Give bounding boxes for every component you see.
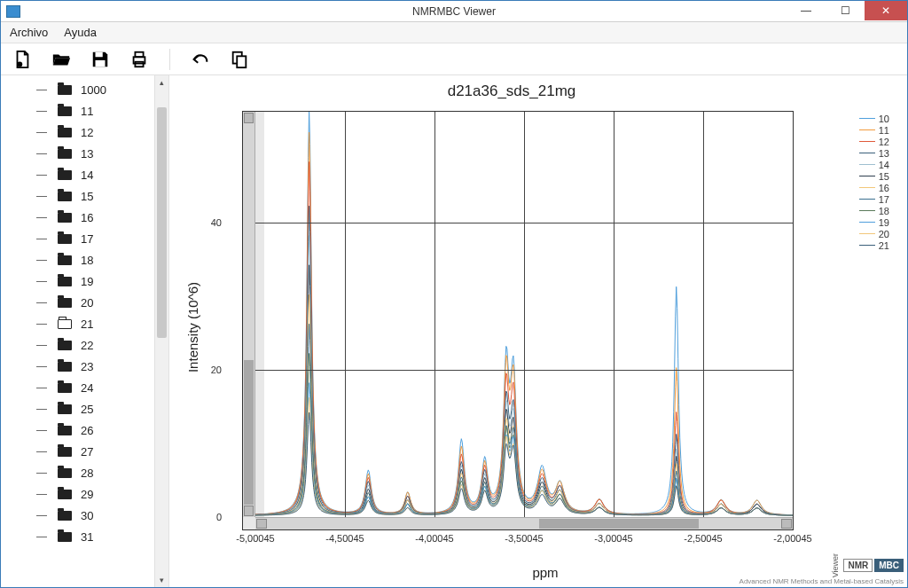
tree-item[interactable]: —11 bbox=[1, 100, 154, 122]
legend-label: 11 bbox=[879, 125, 889, 136]
folder-icon bbox=[58, 170, 72, 180]
tree-item[interactable]: —16 bbox=[1, 207, 154, 228]
plot-x-scrollbar[interactable] bbox=[255, 517, 793, 529]
tree-item-label: 20 bbox=[81, 296, 93, 310]
tree-item[interactable]: —28 bbox=[1, 462, 154, 483]
legend-item: 14 bbox=[859, 159, 889, 170]
tree-item[interactable]: —15 bbox=[1, 185, 154, 207]
open-button[interactable] bbox=[51, 49, 72, 70]
tree-pane: —1000—11—12—13—14—15—16—17—18—19—20—21—2… bbox=[1, 75, 169, 587]
tree-scrollbar[interactable]: ▴ ▾ bbox=[154, 75, 168, 587]
tree-item-label: 15 bbox=[81, 190, 93, 203]
plot-x-right-icon[interactable] bbox=[781, 519, 792, 529]
legend-label: 18 bbox=[879, 206, 889, 216]
legend-label: 16 bbox=[879, 183, 889, 193]
logo-tagline: Advanced NMR Methods and Metal-based Cat… bbox=[740, 577, 904, 585]
maximize-button[interactable]: ☐ bbox=[826, 1, 865, 20]
tree-item-label: 31 bbox=[81, 530, 93, 544]
folder-icon bbox=[58, 404, 72, 414]
legend-item: 15 bbox=[859, 170, 889, 182]
x-tick: -3,00045 bbox=[594, 533, 632, 544]
tree-item[interactable]: —24 bbox=[1, 377, 154, 398]
legend-item: 19 bbox=[859, 216, 889, 228]
close-button[interactable]: ✕ bbox=[865, 1, 907, 20]
tree-item[interactable]: —20 bbox=[1, 292, 154, 313]
folder-icon bbox=[58, 511, 72, 521]
legend-label: 13 bbox=[879, 148, 889, 159]
tree-item[interactable]: —26 bbox=[1, 419, 154, 441]
tree-scrollbar-thumb[interactable] bbox=[157, 107, 167, 338]
logo-nmr: NMR bbox=[843, 559, 873, 572]
minimize-button[interactable]: — bbox=[787, 1, 826, 20]
tree-item-label: 19 bbox=[81, 275, 93, 288]
save-button[interactable] bbox=[90, 49, 111, 70]
tree-item[interactable]: —13 bbox=[1, 143, 154, 164]
logo-mbc: MBC bbox=[874, 559, 904, 572]
legend-item: 21 bbox=[859, 239, 889, 251]
tree-item-label: 11 bbox=[81, 105, 93, 118]
copy-button[interactable] bbox=[229, 49, 250, 70]
brand-logo: Viewer NMR MBC Advanced NMR Methods and … bbox=[740, 553, 904, 585]
tree-item[interactable]: —18 bbox=[1, 249, 154, 270]
tree-item-label: 18 bbox=[81, 254, 93, 267]
tree-item-label: 27 bbox=[81, 445, 93, 459]
tree-item[interactable]: —29 bbox=[1, 483, 154, 505]
toolbar bbox=[1, 43, 907, 75]
plot-x-left-icon[interactable] bbox=[256, 519, 267, 529]
folder-icon bbox=[58, 319, 72, 329]
folder-icon bbox=[58, 532, 72, 542]
tree-item-label: 26 bbox=[81, 424, 93, 437]
tree-item[interactable]: —22 bbox=[1, 334, 154, 356]
tree-item[interactable]: —30 bbox=[1, 505, 154, 526]
folder-icon bbox=[58, 255, 72, 265]
legend-item: 18 bbox=[859, 205, 889, 216]
legend-item: 20 bbox=[859, 228, 889, 239]
menu-help[interactable]: Ayuda bbox=[64, 26, 97, 39]
x-tick: -4,50045 bbox=[325, 533, 364, 544]
tree-item-label: 16 bbox=[81, 211, 93, 224]
tree-item-label: 28 bbox=[81, 466, 93, 480]
tree-item[interactable]: —27 bbox=[1, 441, 154, 462]
folder-icon bbox=[58, 341, 72, 350]
plot-y-thumb[interactable] bbox=[244, 360, 254, 505]
menu-file[interactable]: Archivo bbox=[10, 26, 48, 39]
tree-item-label: 13 bbox=[81, 147, 93, 161]
plot-y-up-icon[interactable] bbox=[244, 113, 254, 123]
tree-item[interactable]: —17 bbox=[1, 228, 154, 249]
tree-item[interactable]: —12 bbox=[1, 122, 154, 143]
y-tick: 40 bbox=[211, 217, 222, 228]
titlebar: NMRMBC Viewer — ☐ ✕ bbox=[1, 1, 907, 22]
tree-item[interactable]: —14 bbox=[1, 164, 154, 185]
plot-x-thumb[interactable] bbox=[539, 519, 699, 529]
tree-item-label: 23 bbox=[81, 360, 93, 373]
folder-icon bbox=[58, 192, 72, 201]
tree-item[interactable]: —21 bbox=[1, 313, 154, 334]
x-tick: -3,50045 bbox=[505, 533, 543, 544]
folder-icon bbox=[58, 362, 72, 372]
legend-item: 13 bbox=[859, 147, 889, 159]
app-icon bbox=[6, 5, 20, 18]
print-button[interactable] bbox=[129, 49, 150, 70]
logo-viewer: Viewer bbox=[831, 553, 840, 577]
window-title: NMRMBC Viewer bbox=[1, 5, 907, 18]
x-tick: -4,00045 bbox=[415, 533, 453, 544]
legend-label: 19 bbox=[879, 217, 889, 228]
tree-item[interactable]: —19 bbox=[1, 270, 154, 292]
tree-item[interactable]: —23 bbox=[1, 356, 154, 377]
plot-y-scrollbar[interactable] bbox=[243, 112, 255, 517]
folder-icon bbox=[58, 106, 72, 116]
tree-item[interactable]: —25 bbox=[1, 398, 154, 419]
scroll-down-icon[interactable]: ▾ bbox=[155, 573, 168, 587]
svg-rect-4 bbox=[135, 51, 143, 57]
svg-rect-1 bbox=[96, 51, 103, 57]
legend-item: 17 bbox=[859, 193, 889, 205]
new-doc-button[interactable] bbox=[12, 49, 33, 70]
undo-button[interactable] bbox=[190, 49, 211, 70]
plot-area[interactable]: -5,00045-4,50045-4,00045-3,50045-3,00045… bbox=[242, 111, 794, 530]
tree-item[interactable]: —31 bbox=[1, 526, 154, 547]
x-tick: -5,00045 bbox=[236, 533, 274, 544]
folder-icon bbox=[58, 213, 72, 223]
tree-item-label: 22 bbox=[81, 339, 93, 352]
plot-y-down-icon[interactable] bbox=[244, 506, 254, 516]
plot-title: d21a36_sds_21mg bbox=[120, 82, 904, 100]
